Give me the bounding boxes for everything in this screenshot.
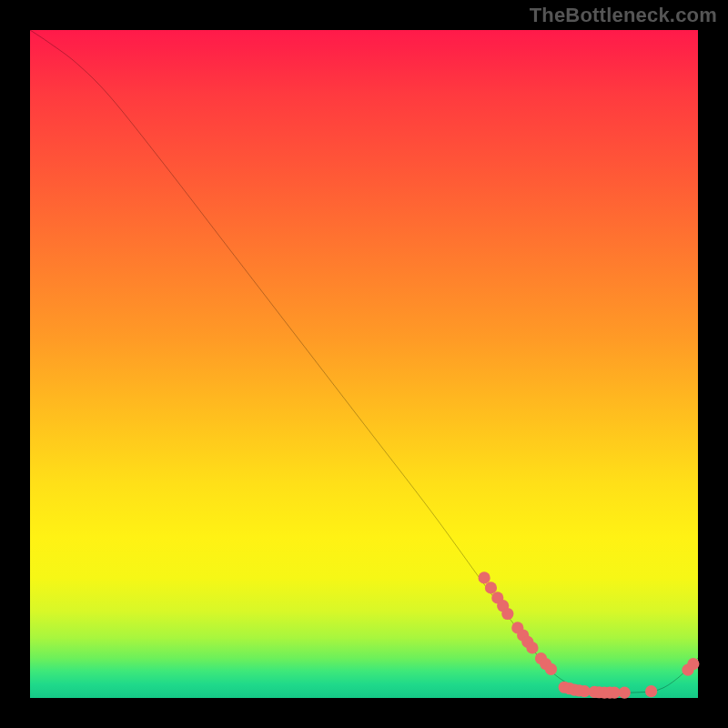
- bottleneck-curve: [30, 30, 698, 693]
- data-point: [526, 642, 538, 653]
- data-point: [619, 687, 631, 699]
- data-point: [501, 608, 513, 620]
- chart-frame: TheBottleneck.com: [0, 0, 728, 728]
- data-point: [545, 663, 557, 675]
- data-point: [485, 581, 497, 593]
- data-point: [687, 658, 699, 670]
- data-point: [479, 571, 490, 583]
- watermark-label: TheBottleneck.com: [530, 4, 717, 27]
- plot-svg: [30, 30, 698, 698]
- data-points-group: [479, 571, 700, 698]
- data-point: [645, 685, 657, 697]
